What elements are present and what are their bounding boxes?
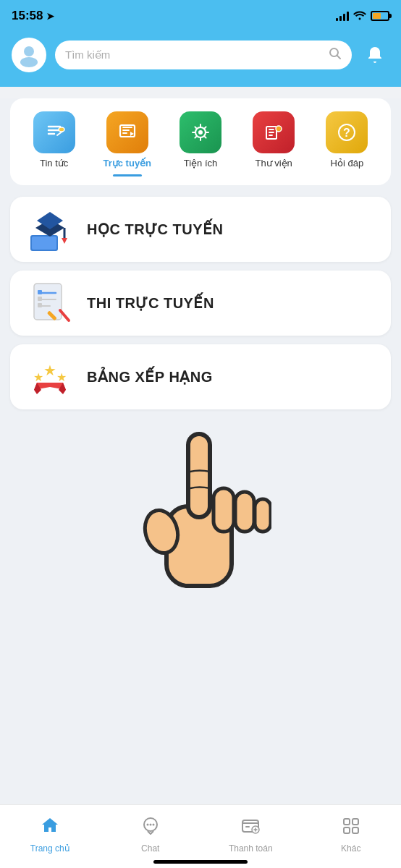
chat-label: Chat: [141, 843, 159, 854]
category-item-tructuyen[interactable]: Trực tuyến: [98, 111, 156, 176]
thuvien-label: Thư viện: [255, 158, 292, 169]
svg-rect-43: [344, 827, 350, 833]
category-card: Tin tức Trực tuyến: [10, 98, 391, 185]
category-item-thuvien[interactable]: Thư viện: [245, 111, 303, 169]
nav-item-chat[interactable]: Chat: [101, 812, 201, 854]
svg-rect-42: [353, 819, 358, 825]
search-bar[interactable]: Tìm kiếm: [55, 41, 352, 69]
tintuc-label: Tin tức: [40, 158, 68, 169]
more-icon: [341, 815, 361, 841]
home-indicator: [153, 860, 248, 864]
header: Tìm kiếm: [0, 32, 401, 87]
svg-rect-13: [32, 237, 56, 250]
svg-point-7: [198, 130, 203, 135]
menu-list: HỌC TRỰC TUYẾN THI TRỰC TUYẾN: [0, 197, 401, 409]
svg-rect-44: [353, 827, 358, 833]
nav-item-home[interactable]: Trang chủ: [0, 812, 101, 854]
search-icon: [329, 47, 342, 64]
more-label: Khác: [341, 843, 360, 854]
chat-icon: [140, 815, 161, 841]
signal-icon: [336, 11, 349, 21]
bang-xep-hang-icon: ★ ★ ★: [25, 352, 75, 402]
category-item-tintuc[interactable]: Tin tức: [25, 111, 83, 169]
wifi-icon: [353, 10, 366, 22]
svg-text:★: ★: [33, 371, 43, 383]
svg-marker-16: [62, 238, 67, 244]
hoc-truc-tuyen-label: HỌC TRỰC TUYẾN: [87, 221, 224, 238]
notification-bell-icon[interactable]: [360, 41, 389, 69]
nav-item-more[interactable]: Khác: [301, 812, 402, 854]
svg-line-3: [337, 55, 341, 59]
hoidap-label: Hỏi đáp: [331, 158, 364, 169]
menu-item-bang-xep-hang[interactable]: ★ ★ ★ BẢNG XẾP HẠNG: [10, 344, 391, 409]
battery-icon: [371, 11, 389, 21]
content-area: Tin tức Trực tuyến: [0, 98, 401, 822]
nav-item-payment[interactable]: Thanh toán: [200, 812, 301, 854]
svg-point-38: [152, 824, 154, 826]
svg-text:?: ?: [343, 127, 350, 139]
hoidap-icon: ?: [326, 111, 368, 153]
tructuyen-label: Trực tuyến: [103, 158, 151, 169]
svg-point-0: [24, 46, 34, 56]
thuvien-icon: [253, 111, 295, 153]
tienich-icon: [180, 111, 221, 153]
hoc-truc-tuyen-icon: [25, 204, 75, 255]
category-item-hoidap[interactable]: ? Hỏi đáp: [318, 111, 376, 169]
payment-label: Thanh toán: [229, 843, 273, 854]
svg-text:★: ★: [43, 362, 56, 378]
menu-item-thi-truc-tuyen[interactable]: THI TRỰC TUYẾN: [10, 271, 391, 336]
status-icons: [336, 10, 389, 22]
tintuc-icon: [33, 111, 75, 153]
status-time: 15:58 ➤: [12, 9, 54, 23]
status-bar: 15:58 ➤: [0, 0, 401, 32]
bang-xep-hang-label: BẢNG XẾP HẠNG: [87, 368, 213, 386]
time-text: 15:58: [12, 9, 43, 23]
thi-truc-tuyen-icon: [25, 278, 75, 328]
svg-text:★: ★: [56, 371, 67, 383]
home-label: Trang chủ: [30, 843, 70, 854]
svg-rect-22: [38, 297, 42, 301]
location-arrow-icon: ➤: [46, 11, 54, 22]
tienich-label: Tiện ích: [184, 158, 218, 169]
svg-point-37: [149, 824, 151, 826]
svg-point-36: [146, 824, 148, 826]
category-grid: Tin tức Trực tuyến: [17, 111, 384, 176]
thi-truc-tuyen-label: THI TRỰC TUYẾN: [87, 294, 214, 312]
avatar[interactable]: [12, 38, 46, 72]
tructuyen-icon: [106, 111, 148, 153]
search-placeholder: Tìm kiếm: [65, 48, 323, 61]
payment-icon: [240, 815, 261, 841]
menu-item-hoc-truc-tuyen[interactable]: HỌC TRỰC TUYẾN: [10, 197, 391, 262]
svg-rect-21: [38, 290, 42, 294]
active-indicator: [113, 174, 142, 176]
svg-rect-23: [38, 303, 42, 307]
category-item-tienich[interactable]: Tiện ích: [172, 111, 229, 169]
svg-point-4: [59, 127, 64, 132]
home-icon: [40, 815, 60, 841]
svg-rect-41: [344, 819, 350, 825]
svg-rect-17: [34, 284, 62, 320]
svg-point-1: [20, 57, 38, 67]
bottom-navigation: Trang chủ Chat Thanh toán: [0, 804, 401, 868]
